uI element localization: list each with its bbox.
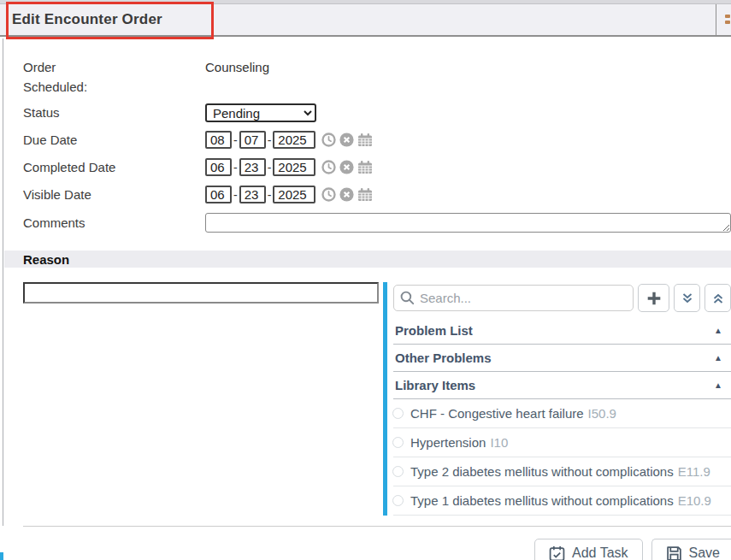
clock-icon[interactable]	[321, 160, 336, 174]
library-item-chf[interactable]: CHF - Congestive heart failure I50.9	[393, 399, 731, 428]
completed-date-year-input[interactable]	[273, 158, 315, 176]
due-date-group: - -	[205, 131, 373, 149]
add-reason-button[interactable]	[638, 284, 669, 312]
collapse-caret-icon: ▲	[714, 326, 722, 335]
order-row: Order Counseling	[23, 57, 731, 77]
status-label: Status	[23, 105, 205, 120]
add-task-button[interactable]: Add Task	[534, 539, 643, 560]
visible-date-label: Visible Date	[23, 187, 205, 202]
search-icon	[400, 291, 415, 309]
clock-icon[interactable]	[321, 133, 336, 147]
radio-unselected-icon[interactable]	[392, 408, 404, 419]
problem-list-label: Problem List	[393, 323, 473, 338]
due-date-month-input[interactable]	[205, 131, 232, 149]
visible-date-row: Visible Date - -	[23, 185, 731, 204]
dialog-header: Edit Encounter Order	[0, 4, 731, 37]
add-task-label: Add Task	[572, 545, 628, 560]
status-select[interactable]: Pending	[205, 103, 316, 122]
save-button[interactable]: Save	[651, 539, 731, 560]
visible-date-year-input[interactable]	[273, 186, 315, 203]
order-value: Counseling	[205, 60, 269, 74]
scheduled-label: Scheduled:	[23, 80, 205, 94]
order-form: Order Counseling Scheduled: Status Pendi…	[0, 37, 731, 233]
partial-header-icon	[725, 15, 730, 27]
clear-date-icon[interactable]	[339, 133, 354, 147]
clock-icon[interactable]	[321, 187, 336, 202]
collapse-all-button[interactable]	[704, 284, 731, 312]
reason-area: Problem List ▲ Other Problems ▲ Library …	[0, 282, 731, 516]
visible-date-month-input[interactable]	[205, 186, 232, 203]
scheduled-row: Scheduled:	[23, 77, 731, 97]
background-blue-fragment	[0, 552, 3, 560]
collapse-caret-icon: ▲	[714, 380, 722, 390]
calendar-icon[interactable]	[357, 160, 373, 174]
calendar-icon[interactable]	[357, 133, 373, 147]
collapse-caret-icon: ▲	[714, 353, 722, 363]
comments-textarea[interactable]	[205, 213, 731, 233]
comments-label: Comments	[23, 213, 205, 230]
reason-value-input[interactable]	[23, 282, 379, 304]
reason-search-row	[393, 282, 731, 312]
reason-header-label: Reason	[4, 252, 69, 267]
accordion-problem-list[interactable]: Problem List ▲	[393, 317, 731, 345]
due-date-row: Due Date - -	[23, 130, 731, 150]
completed-date-group: - -	[205, 158, 373, 176]
due-date-year-input[interactable]	[273, 131, 315, 149]
calendar-check-icon	[549, 545, 565, 560]
status-row: Status Pending	[23, 103, 731, 122]
radio-unselected-icon[interactable]	[392, 466, 404, 477]
completed-date-row: Completed Date - -	[23, 157, 731, 177]
dialog-left-border	[3, 38, 3, 526]
due-date-day-input[interactable]	[239, 131, 266, 149]
page-title: Edit Encounter Order	[0, 11, 162, 28]
library-item-type1-diabetes[interactable]: Type 1 diabetes mellitus without complic…	[393, 486, 731, 516]
radio-unselected-icon[interactable]	[392, 495, 404, 506]
completed-date-month-input[interactable]	[205, 158, 232, 176]
radio-unselected-icon[interactable]	[392, 437, 404, 448]
library-item-hypertension[interactable]: Hypertension I10	[393, 428, 731, 457]
reason-picker-panel: Problem List ▲ Other Problems ▲ Library …	[383, 282, 731, 516]
clear-date-icon[interactable]	[339, 160, 354, 174]
footer-actions: Add Task Save	[0, 527, 731, 560]
order-label: Order	[23, 60, 205, 74]
save-label: Save	[689, 545, 720, 560]
header-divider	[716, 4, 716, 37]
save-disk-icon	[666, 545, 682, 560]
reason-section-header: Reason	[4, 251, 731, 268]
library-items-label: Library Items	[393, 378, 475, 392]
other-problems-label: Other Problems	[393, 351, 492, 365]
clear-date-icon[interactable]	[339, 187, 354, 202]
edit-encounter-order-dialog: Edit Encounter Order Order Counseling Sc…	[0, 0, 731, 560]
calendar-icon[interactable]	[357, 187, 373, 202]
visible-date-group: - -	[205, 186, 373, 203]
accordion-other-problems[interactable]: Other Problems ▲	[393, 345, 731, 372]
expand-all-button[interactable]	[674, 284, 700, 312]
completed-date-day-input[interactable]	[239, 158, 266, 176]
visible-date-day-input[interactable]	[239, 186, 266, 203]
accordion-library-items[interactable]: Library Items ▲	[393, 372, 731, 399]
due-date-label: Due Date	[23, 133, 205, 147]
library-item-type2-diabetes[interactable]: Type 2 diabetes mellitus without complic…	[393, 457, 731, 486]
reason-search-input[interactable]	[393, 285, 634, 311]
comments-row: Comments	[23, 213, 731, 233]
completed-date-label: Completed Date	[23, 160, 205, 174]
